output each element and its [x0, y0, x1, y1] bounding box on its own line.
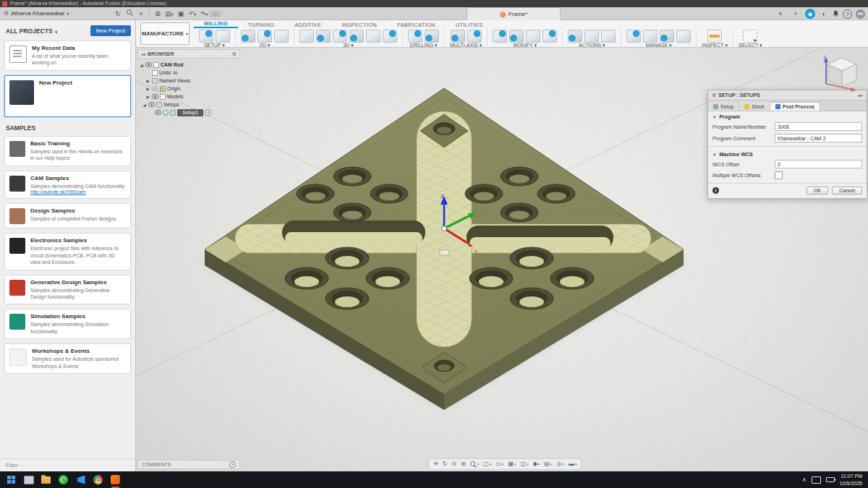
- multiple-wcs-checkbox[interactable]: [775, 171, 783, 179]
- tab-turning[interactable]: TURNING: [238, 22, 284, 28]
- document-tab[interactable]: Frame*: [467, 7, 561, 20]
- sample-card-workshops-events[interactable]: Workshops & Events Samples used for Auto…: [4, 343, 131, 374]
- swarf-icon[interactable]: [451, 30, 465, 43]
- viewports-icon[interactable]: ◫▾: [521, 461, 529, 468]
- select-icon[interactable]: [743, 30, 757, 43]
- sample-card-design-samples[interactable]: Design Samples Samples of completed Fusi…: [4, 203, 131, 228]
- tree-node-origin[interactable]: ▶ Origin: [139, 85, 240, 93]
- close-tab-icon[interactable]: ×: [775, 10, 786, 17]
- program-section-header[interactable]: ▼Program: [708, 111, 867, 121]
- fit-view-icon[interactable]: ▢▾: [483, 461, 491, 468]
- visibility-eye-icon[interactable]: [152, 86, 158, 91]
- expand-icon[interactable]: ◢: [139, 63, 144, 67]
- add-comment-icon[interactable]: +: [229, 461, 236, 468]
- battery-tray-icon[interactable]: [826, 477, 835, 482]
- tree-node-units[interactable]: Units: in: [139, 69, 240, 77]
- tool-library-icon[interactable]: [626, 30, 641, 43]
- filter-input[interactable]: Filter: [0, 458, 135, 471]
- extension-icon[interactable]: ◉: [805, 9, 815, 19]
- chrome-icon[interactable]: [92, 474, 104, 486]
- whatsapp-icon[interactable]: [57, 474, 69, 486]
- file-menu-icon[interactable]: ▤▾: [163, 10, 175, 17]
- delete-toolpath-icon[interactable]: [526, 30, 540, 43]
- contour-icon[interactable]: [349, 30, 364, 43]
- spiral-icon[interactable]: [383, 30, 397, 43]
- program-name-input[interactable]: [775, 122, 862, 131]
- tree-node-setup1[interactable]: ✓ Setup1 +: [139, 108, 240, 116]
- program-comment-input[interactable]: [775, 134, 862, 142]
- all-projects-dropdown[interactable]: ALL PROJECTS∨: [6, 27, 58, 35]
- sample-card-cam-samples[interactable]: CAM Samples Samples demonstrating CAM fu…: [4, 171, 131, 199]
- drill-icon[interactable]: [408, 30, 422, 43]
- new-setup-icon[interactable]: [199, 30, 213, 43]
- template-library-icon[interactable]: [660, 30, 674, 43]
- project-card-new-project[interactable]: New Project: [4, 75, 131, 117]
- tree-node-named-views[interactable]: ▶ Named Views: [139, 77, 240, 85]
- tree-node-setups[interactable]: ◢ Setups: [139, 100, 240, 108]
- help-icon[interactable]: ?: [843, 9, 852, 19]
- look-at-icon[interactable]: ⊙: [451, 461, 456, 468]
- cam-samples-link[interactable]: http://autode.sk/f360cam: [30, 189, 125, 194]
- visibility-eye-icon[interactable]: [145, 62, 152, 67]
- tree-node-cam-rod[interactable]: ◢ CAM Rod: [139, 61, 240, 69]
- trim-icon[interactable]: [493, 30, 507, 43]
- avatar[interactable]: AK: [856, 9, 865, 19]
- pan-icon[interactable]: ✛: [433, 461, 438, 468]
- ground-plane-icon[interactable]: ▬▾: [569, 461, 577, 468]
- ramp-icon[interactable]: [366, 30, 380, 43]
- sample-card-simulation-samples[interactable]: Simulation Samples Samples demonstrating…: [4, 309, 131, 339]
- display-settings-icon[interactable]: ▭▾: [495, 461, 503, 468]
- measure-icon[interactable]: [707, 30, 722, 43]
- comments-bar[interactable]: COMMENTS +: [137, 460, 240, 469]
- fusion-taskbar-icon[interactable]: [109, 474, 122, 486]
- tab-inspection[interactable]: INSPECTION: [331, 22, 387, 28]
- object-visibility-icon[interactable]: ◎▾: [556, 461, 564, 468]
- parallel-icon[interactable]: [333, 30, 347, 43]
- browser-gear-icon[interactable]: ⚙: [232, 51, 237, 57]
- machine-wcs-section-header[interactable]: ▼Machine WCS: [708, 149, 867, 158]
- vscode-icon[interactable]: [75, 474, 87, 486]
- refresh-icon[interactable]: ↻: [112, 10, 124, 17]
- 2d-contour-icon[interactable]: [274, 30, 289, 43]
- redo-icon[interactable]: ↷▾: [198, 10, 210, 17]
- new-tab-icon[interactable]: +: [790, 10, 801, 17]
- post-library-icon[interactable]: [676, 30, 691, 43]
- network-tray-icon[interactable]: [812, 476, 821, 484]
- workspace-selector[interactable]: MANUFACTURE ▾: [140, 22, 190, 45]
- tab-milling[interactable]: MILLING: [194, 20, 238, 28]
- zoom-window-icon[interactable]: ⊞: [461, 461, 466, 468]
- tab-fabrication[interactable]: FABRICATION: [387, 22, 446, 28]
- visibility-eye-icon[interactable]: [148, 102, 155, 107]
- close-panel-icon[interactable]: ×: [135, 10, 147, 17]
- task-view-icon[interactable]: [22, 474, 35, 486]
- setup-sheet-icon[interactable]: [601, 30, 616, 43]
- sample-card-generative-design[interactable]: Generative Design Samples Samples demons…: [4, 275, 131, 305]
- 3d-viewport[interactable]: Z x ◂◂ BROWSER ⚙ ◢ CAM Rod Units: in ▶ N…: [136, 48, 868, 471]
- orbit-icon[interactable]: ↻: [443, 461, 448, 468]
- zoom-icon[interactable]: ▾: [470, 461, 480, 468]
- edit-toolpath-icon[interactable]: [542, 30, 557, 43]
- adaptive-clearing-icon[interactable]: [299, 30, 314, 43]
- environment-icon[interactable]: ▤▾: [544, 461, 552, 468]
- tab-additive[interactable]: ADDITIVE: [284, 22, 331, 28]
- pocket-clearing-icon[interactable]: [316, 30, 331, 43]
- extend-icon[interactable]: [509, 30, 524, 43]
- ok-button[interactable]: OK: [807, 187, 828, 194]
- tab-utilities[interactable]: UTILITIES: [446, 22, 493, 28]
- tray-chevron-icon[interactable]: ∧: [802, 476, 807, 483]
- save-icon[interactable]: ▣: [175, 10, 187, 17]
- job-queue-icon[interactable]: ◐: [819, 9, 829, 19]
- job-status-user-menu[interactable]: ⚙ Atharva Khanwadkar ▾: [0, 10, 112, 17]
- notifications-bell-icon[interactable]: [833, 7, 839, 20]
- face-toolpath-icon[interactable]: [241, 30, 255, 43]
- expand-icon[interactable]: ▶: [145, 95, 150, 99]
- clock[interactable]: 11:07 PM 10/5/2025: [840, 473, 862, 487]
- dialog-tab-setup[interactable]: Setup: [708, 102, 739, 111]
- machine-library-icon[interactable]: [643, 30, 658, 43]
- data-panel-grid-icon[interactable]: ⊞: [152, 10, 163, 17]
- bore-icon[interactable]: [425, 30, 439, 43]
- visibility-eye-icon[interactable]: [152, 94, 158, 99]
- machined-part[interactable]: [205, 88, 684, 410]
- add-operation-icon[interactable]: +: [205, 109, 211, 116]
- view-cube[interactable]: Z: [816, 52, 861, 94]
